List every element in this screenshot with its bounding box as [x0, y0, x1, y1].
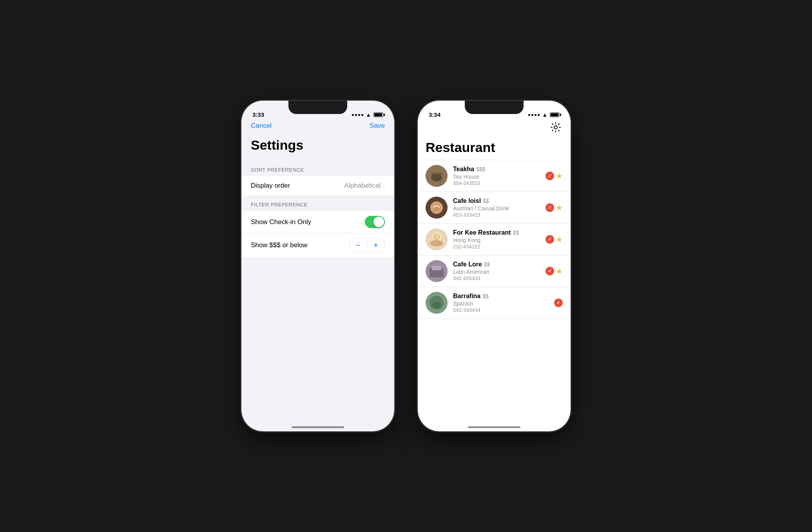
chevron-right-icon: ›: [383, 183, 385, 189]
cafe-lore-price: $$: [484, 261, 490, 268]
barrafina-name: Barrafina: [453, 293, 480, 300]
status-time-left: 3:33: [252, 111, 264, 118]
status-icons-left: ▲: [352, 112, 383, 118]
checkin-badge-for-kee: ✓: [546, 235, 554, 244]
cafe-lore-name: Cafe Lore: [453, 261, 482, 268]
stepper-plus-button[interactable]: +: [367, 239, 384, 252]
svg-point-0: [554, 126, 557, 129]
for-kee-avatar: [426, 228, 448, 250]
cafe-loisl-price: $$: [483, 198, 489, 204]
price-stepper: − +: [349, 239, 385, 252]
for-kee-name: For Kee Restaurant: [453, 229, 511, 236]
cafe-loisl-badges: ✓ ★: [546, 203, 563, 212]
cafe-loisl-phone: 453-333423: [453, 212, 540, 218]
star-badge-teakha: ★: [556, 171, 563, 181]
sort-section-header: SORT PREFERENCE: [241, 161, 394, 176]
cafe-loisl-avatar: [426, 197, 448, 219]
restaurant-list: Teakha $$$ Tea House 354-243523 ✓ ★: [418, 160, 571, 319]
signal-icon-right: [528, 114, 540, 116]
home-indicator-left: [292, 426, 344, 428]
battery-icon: [373, 112, 383, 117]
barrafina-price: $$: [482, 293, 489, 299]
barrafina-phone: 542-343434: [453, 307, 549, 313]
restaurant-item-cafe-loisl[interactable]: Cafe loisl $$ Austrian / Casual Drink 45…: [418, 192, 571, 224]
teakha-phone: 354-243523: [453, 180, 540, 186]
barrafina-avatar: [426, 292, 448, 314]
display-order-value: Alphabetical ›: [344, 182, 385, 190]
stepper-minus-button[interactable]: −: [350, 239, 367, 252]
restaurant-item-for-kee[interactable]: For Kee Restaurant $$ Hong Kong 232-4342…: [418, 224, 571, 255]
restaurant-item-barrafina[interactable]: Barrafina $$ Spanish 542-343434 ✓: [418, 287, 571, 319]
for-kee-info: For Kee Restaurant $$ Hong Kong 232-4342…: [453, 229, 540, 250]
teakha-avatar: [426, 165, 448, 187]
svg-rect-13: [432, 266, 441, 270]
teakha-type: Tea House: [453, 174, 540, 180]
checkin-badge-teakha: ✓: [546, 172, 554, 180]
checkin-badge-barrafina: ✓: [554, 299, 563, 307]
star-badge-for-kee: ★: [556, 235, 563, 244]
checkin-label: Show Check-in Only: [251, 218, 311, 226]
cafe-loisl-info: Cafe loisl $$ Austrian / Casual Drink 45…: [453, 197, 540, 218]
save-button[interactable]: Save: [370, 122, 385, 130]
for-kee-badges: ✓ ★: [546, 235, 563, 244]
signal-icon: [352, 114, 363, 116]
wifi-icon: ▲: [366, 112, 371, 118]
for-kee-price: $$: [513, 230, 519, 236]
gear-icon: [550, 122, 561, 133]
settings-title: Settings: [241, 134, 394, 161]
toggle-knob: [373, 217, 384, 227]
checkin-row[interactable]: Show Check-in Only: [241, 211, 394, 233]
settings-screen: 3:33 ▲ Cancel Save Settings SORT PREFERE…: [241, 101, 394, 431]
home-indicator-right: [468, 426, 520, 428]
teakha-info: Teakha $$$ Tea House 354-243523: [453, 166, 540, 186]
right-phone: 3:34 ▲ Resta: [418, 101, 571, 431]
svg-point-16: [432, 302, 441, 308]
barrafina-badges: ✓: [554, 299, 563, 307]
battery-icon-right: [550, 112, 560, 117]
cafe-loisl-type: Austrian / Casual Drink: [453, 205, 540, 212]
teakha-name: Teakha: [453, 166, 474, 173]
svg-point-9: [430, 240, 443, 246]
cafe-lore-info: Cafe Lore $$ Latin American 342-455433: [453, 261, 540, 281]
status-time-right: 3:34: [429, 111, 440, 118]
checkin-toggle[interactable]: [365, 216, 385, 228]
price-label: Show $$$ or below: [251, 241, 308, 249]
cafe-lore-type: Latin American: [453, 269, 540, 275]
cafe-lore-badges: ✓ ★: [546, 266, 563, 276]
cafe-loisl-name: Cafe loisl: [453, 197, 481, 204]
notch-right: [465, 101, 524, 114]
notch: [288, 101, 347, 114]
settings-button[interactable]: [549, 120, 563, 134]
cancel-button[interactable]: Cancel: [251, 122, 272, 130]
barrafina-info: Barrafina $$ Spanish 542-343434: [453, 293, 549, 313]
filter-group: Show Check-in Only Show $$$ or below − +: [241, 211, 394, 257]
cafe-lore-avatar: [426, 260, 448, 282]
for-kee-phone: 232-434222: [453, 244, 540, 250]
restaurant-item-teakha[interactable]: Teakha $$$ Tea House 354-243523 ✓ ★: [418, 160, 571, 192]
restaurant-screen: 3:34 ▲ Resta: [418, 101, 571, 431]
star-badge-cafe-loisl: ★: [556, 203, 563, 212]
restaurant-item-cafe-lore[interactable]: Cafe Lore $$ Latin American 342-455433 ✓…: [418, 255, 571, 287]
price-row[interactable]: Show $$$ or below − +: [241, 233, 394, 257]
status-icons-right: ▲: [528, 112, 560, 118]
filter-section-header: FILTER PREFERENCE: [241, 195, 394, 211]
svg-point-10: [433, 234, 440, 240]
left-phone: 3:33 ▲ Cancel Save Settings SORT PREFERE…: [241, 101, 394, 431]
for-kee-type: Hong Kong: [453, 237, 540, 243]
restaurant-title: Restaurant: [418, 138, 571, 160]
star-badge-cafe-lore: ★: [556, 266, 563, 276]
svg-rect-3: [431, 173, 442, 175]
teakha-badges: ✓ ★: [546, 171, 563, 181]
display-order-row[interactable]: Display order Alphabetical ›: [241, 176, 394, 195]
checkin-badge-cafe-loisl: ✓: [546, 203, 554, 212]
checkin-badge-cafe-lore: ✓: [546, 267, 554, 275]
display-order-label: Display order: [251, 182, 290, 190]
cafe-lore-phone: 342-455433: [453, 275, 540, 281]
teakha-price: $$$: [476, 166, 485, 172]
wifi-icon-right: ▲: [542, 112, 547, 118]
sort-group: Display order Alphabetical ›: [241, 176, 394, 195]
barrafina-type: Spanish: [453, 300, 549, 307]
